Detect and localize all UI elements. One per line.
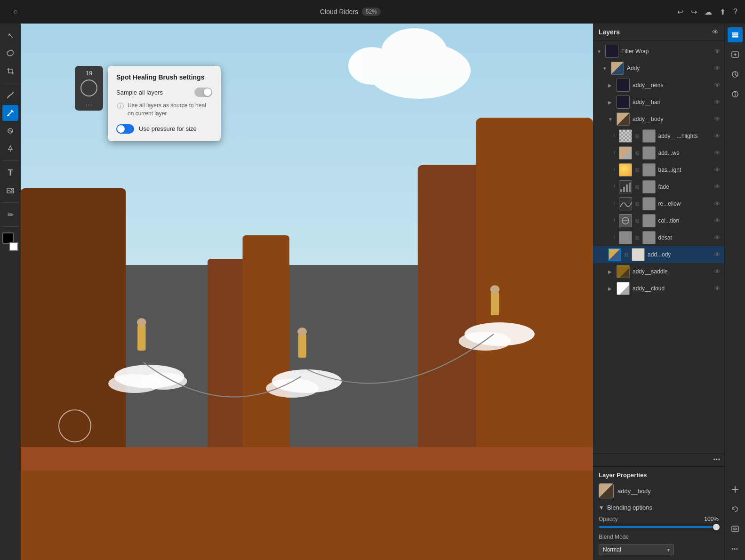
expand-icon[interactable]: ▶ bbox=[608, 83, 614, 88]
layers-more-options[interactable]: ••• bbox=[713, 456, 721, 463]
layer-add-body-selected[interactable]: ⛓ add...ody 👁 bbox=[593, 246, 724, 263]
visibility-icon[interactable]: 👁 bbox=[714, 183, 721, 191]
cloud-sync-button[interactable]: ☁ bbox=[705, 8, 712, 16]
layer-name: add...ws bbox=[658, 150, 711, 156]
history-button[interactable] bbox=[728, 502, 743, 517]
layer-yellow[interactable]: f ⛓ re...ellow 👁 bbox=[593, 195, 724, 212]
visibility-icon[interactable]: 👁 bbox=[714, 166, 721, 174]
image-tool[interactable] bbox=[2, 183, 18, 199]
canvas-area[interactable]: 19 ... Spot Healing Brush settings Sampl… bbox=[21, 24, 593, 560]
layer-thumbnail bbox=[617, 112, 630, 126]
blend-mode-row: Blend Mode bbox=[599, 534, 719, 540]
select-move-tool[interactable]: ↖ bbox=[2, 27, 18, 43]
add-layer-button[interactable] bbox=[728, 482, 743, 497]
layer-name: addy__reins bbox=[633, 82, 711, 88]
pressure-toggle[interactable] bbox=[116, 124, 134, 134]
layer-collection[interactable]: f ⛓ col...tion 👁 bbox=[593, 212, 724, 229]
layer-fade[interactable]: f ⛓ fade 👁 bbox=[593, 178, 724, 195]
info-panel-button[interactable] bbox=[728, 87, 743, 102]
svg-rect-22 bbox=[491, 292, 499, 315]
fx-label: f bbox=[614, 168, 615, 172]
expand-icon[interactable]: ▶ bbox=[608, 100, 614, 105]
layer-base-light[interactable]: f ⛓ bas...ight 👁 bbox=[593, 161, 724, 178]
visibility-icon[interactable]: 👁 bbox=[714, 98, 721, 106]
share-button[interactable]: ⬆ bbox=[720, 8, 726, 16]
layers-panel-button[interactable] bbox=[728, 27, 743, 42]
svg-rect-0 bbox=[7, 115, 9, 116]
type-tool[interactable]: T bbox=[2, 165, 18, 181]
svg-rect-38 bbox=[735, 486, 736, 493]
layer-addy-body-group[interactable]: ▼ addy__body 👁 bbox=[593, 111, 724, 128]
visibility-icon[interactable]: 👁 bbox=[714, 285, 721, 292]
redo-button[interactable]: ↪ bbox=[691, 8, 697, 16]
layer-name: addy__hair bbox=[633, 99, 711, 105]
pencil-tool[interactable]: ✏ bbox=[2, 207, 18, 223]
layer-ws[interactable]: f ⛓ add...ws 👁 bbox=[593, 144, 724, 161]
sample-all-toggle[interactable] bbox=[194, 88, 212, 97]
effects-panel-button[interactable] bbox=[728, 67, 743, 82]
undo-button[interactable]: ↩ bbox=[677, 8, 683, 16]
layer-addy-cloud[interactable]: ▶ addy__cloud 👁 bbox=[593, 280, 724, 297]
home-button[interactable]: ⌂ bbox=[8, 4, 24, 20]
mask-button[interactable] bbox=[728, 521, 743, 536]
visibility-icon[interactable]: 👁 bbox=[714, 64, 721, 72]
layers-header-icons: 👁 bbox=[712, 28, 719, 36]
layers-header: Layers 👁 bbox=[593, 24, 724, 41]
visibility-icon[interactable]: 👁 bbox=[714, 200, 721, 208]
svg-rect-18 bbox=[298, 334, 306, 358]
mask-thumbnail bbox=[642, 214, 656, 227]
layer-addy-hair[interactable]: ▶ addy__hair 👁 bbox=[593, 94, 724, 111]
crop-tool[interactable] bbox=[2, 63, 18, 79]
lasso-tool[interactable] bbox=[2, 45, 18, 61]
visibility-icon[interactable]: 👁 bbox=[714, 48, 721, 55]
layer-name: col...tion bbox=[658, 217, 711, 224]
layer-thumbnail bbox=[619, 146, 632, 160]
toolbar-divider-1 bbox=[2, 83, 18, 83]
mask-thumbnail bbox=[642, 197, 656, 210]
blend-mode-dropdown[interactable]: Normal ▾ bbox=[599, 544, 674, 555]
brush-more-options[interactable]: ... bbox=[86, 99, 93, 107]
help-button[interactable]: ? bbox=[733, 8, 737, 16]
layer-visibility-toggle[interactable]: 👁 bbox=[712, 28, 719, 36]
visibility-icon[interactable]: 👁 bbox=[714, 268, 721, 275]
sample-all-label: Sample all layers bbox=[116, 89, 163, 96]
more-options-button[interactable]: ••• bbox=[728, 541, 743, 556]
chain-icon: ⛓ bbox=[635, 151, 640, 156]
expand-icon[interactable]: ▼ bbox=[597, 49, 602, 54]
dodge-burn-tool[interactable] bbox=[2, 141, 18, 157]
fx-label: f bbox=[614, 235, 615, 240]
layer-filter-wrap[interactable]: ▼ Filter Wrap 👁 bbox=[593, 43, 724, 60]
visibility-icon[interactable]: 👁 bbox=[714, 132, 721, 140]
color-swatches[interactable] bbox=[2, 232, 18, 251]
blur-tool[interactable] bbox=[2, 123, 18, 139]
opacity-slider[interactable] bbox=[599, 526, 719, 528]
layer-addy-reins[interactable]: ▶ addy__reins 👁 bbox=[593, 77, 724, 94]
adjustments-panel-button[interactable] bbox=[728, 47, 743, 62]
layer-addy-saddle[interactable]: ▶ addy__saddle 👁 bbox=[593, 263, 724, 280]
visibility-icon[interactable]: 👁 bbox=[714, 81, 721, 89]
visibility-icon[interactable]: 👁 bbox=[714, 217, 721, 224]
background-color[interactable] bbox=[9, 242, 18, 251]
rock-formations bbox=[21, 24, 593, 560]
expand-icon[interactable]: ▶ bbox=[608, 286, 614, 291]
layer-name: re...ellow bbox=[658, 200, 711, 207]
layer-addy[interactable]: ▼ Addy 👁 bbox=[593, 60, 724, 77]
top-bar-right: ↩ ↪ ☁ ⬆ ? bbox=[677, 8, 737, 16]
layer-name: bas...ight bbox=[658, 167, 711, 173]
visibility-icon[interactable]: 👁 bbox=[714, 251, 721, 258]
zoom-level[interactable]: 52% bbox=[362, 8, 381, 16]
blending-chevron[interactable]: ▼ bbox=[599, 504, 604, 511]
smudge-tool[interactable] bbox=[2, 87, 18, 103]
layer-thumbnail-selected bbox=[608, 248, 621, 261]
expand-icon[interactable]: ▼ bbox=[608, 117, 614, 122]
layer-highlights[interactable]: f ⛓ addy__...hlights 👁 bbox=[593, 128, 724, 144]
visibility-icon[interactable]: 👁 bbox=[714, 115, 721, 123]
visibility-icon[interactable]: 👁 bbox=[714, 234, 721, 241]
layer-desat[interactable]: f ⛓ desat 👁 bbox=[593, 229, 724, 246]
expand-icon[interactable]: ▼ bbox=[602, 66, 608, 71]
healing-brush-tool[interactable] bbox=[2, 105, 18, 121]
expand-icon[interactable]: ▶ bbox=[608, 269, 614, 274]
visibility-icon[interactable]: 👁 bbox=[714, 149, 721, 157]
svg-point-13 bbox=[140, 373, 187, 390]
opacity-thumb[interactable] bbox=[713, 524, 720, 530]
